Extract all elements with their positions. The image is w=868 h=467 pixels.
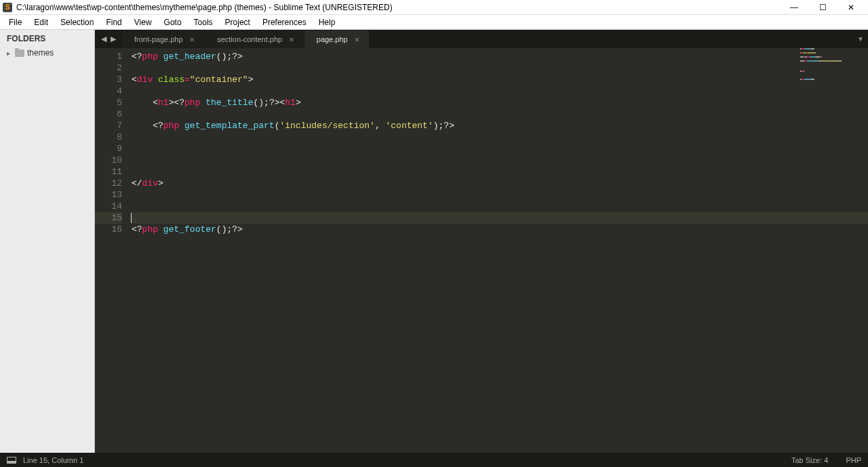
code-line[interactable] (132, 131, 868, 143)
tab-close-icon[interactable]: × (190, 35, 195, 44)
maximize-button[interactable]: ☐ (808, 0, 837, 15)
tab-section-content-php[interactable]: section-content.php× (205, 30, 304, 48)
code-line[interactable] (132, 62, 868, 74)
line-number: 15 (95, 212, 122, 224)
tab-label: front-page.php (134, 35, 183, 43)
code-line[interactable]: <?php get_footer();?> (132, 224, 868, 235)
code-line[interactable]: </div> (132, 178, 868, 189)
line-number: 11 (95, 166, 122, 178)
code-line[interactable]: <?php get_template_part('includes/sectio… (132, 120, 868, 131)
menu-help[interactable]: Help (313, 16, 342, 28)
code-line[interactable]: <h1><?php the_title();?><h1> (132, 97, 868, 108)
line-number: 3 (95, 74, 122, 85)
cursor-position: Line 15, Column 1 (23, 456, 83, 464)
code-line[interactable] (132, 108, 868, 120)
code-area[interactable]: <?php get_header();?> <div class="contai… (129, 48, 868, 453)
menu-find[interactable]: Find (100, 16, 127, 28)
line-number: 13 (95, 189, 122, 201)
window-controls: — ☐ ✕ (780, 0, 865, 15)
tab-label: section-content.php (217, 35, 282, 43)
sidebar: FOLDERS ▸themes (0, 30, 95, 453)
code-line[interactable] (132, 212, 868, 224)
titlebar: S C:\laragon\www\test\wp-content\themes\… (0, 0, 868, 15)
menu-project[interactable]: Project (219, 16, 256, 28)
status-bar: Line 15, Column 1 Tab Size: 4 PHP (0, 453, 868, 467)
menu-view[interactable]: View (128, 16, 158, 28)
code-line[interactable] (132, 155, 868, 166)
menu-preferences[interactable]: Preferences (256, 16, 313, 28)
line-number: 4 (95, 85, 122, 97)
tab-bar: ◀ ▶ front-page.php×section-content.php×p… (95, 30, 868, 48)
line-number: 6 (95, 108, 122, 120)
folder-label: themes (27, 48, 54, 58)
line-number: 14 (95, 201, 122, 212)
menu-tools[interactable]: Tools (188, 16, 219, 28)
panel-toggle-icon[interactable] (7, 457, 16, 464)
line-number: 8 (95, 131, 122, 143)
line-number: 1 (95, 51, 122, 62)
line-number: 9 (95, 143, 122, 155)
menu-file[interactable]: File (3, 16, 28, 28)
line-number: 16 (95, 224, 122, 235)
code-line[interactable] (132, 85, 868, 97)
tab-nav-forward-icon[interactable]: ▶ (108, 35, 118, 43)
expand-arrow-icon[interactable]: ▸ (7, 49, 12, 57)
sidebar-header: FOLDERS (0, 30, 94, 46)
window-title: C:\laragon\www\test\wp-content\themes\my… (16, 3, 780, 12)
syntax-indicator[interactable]: PHP (846, 456, 861, 464)
close-window-button[interactable]: ✕ (837, 0, 865, 15)
line-number: 10 (95, 155, 122, 166)
line-number: 5 (95, 97, 122, 108)
code-line[interactable]: <div class="container"> (132, 74, 868, 85)
line-number: 12 (95, 178, 122, 189)
text-cursor (131, 213, 132, 223)
tab-label: page.php (317, 35, 348, 43)
folder-item[interactable]: ▸themes (4, 47, 90, 58)
menubar: FileEditSelectionFindViewGotoToolsProjec… (0, 15, 868, 30)
tab-close-icon[interactable]: × (355, 35, 360, 44)
menu-goto[interactable]: Goto (158, 16, 188, 28)
line-number-gutter: 12345678910111213141516 (95, 48, 129, 453)
code-editor[interactable]: 12345678910111213141516 <?php get_header… (95, 48, 868, 453)
menu-edit[interactable]: Edit (28, 16, 54, 28)
folder-icon (15, 49, 24, 57)
line-number: 2 (95, 62, 122, 74)
code-line[interactable] (132, 189, 868, 201)
minimize-button[interactable]: — (780, 0, 808, 15)
tab-page-php[interactable]: page.php× (304, 30, 369, 48)
code-line[interactable] (132, 143, 868, 155)
tab-close-icon[interactable]: × (289, 35, 294, 44)
code-line[interactable]: <?php get_header();?> (132, 51, 868, 62)
tab-size-indicator[interactable]: Tab Size: 4 (791, 456, 828, 464)
tab-nav-arrows: ◀ ▶ (95, 30, 122, 48)
tab-front-page-php[interactable]: front-page.php× (122, 30, 204, 48)
folder-tree: ▸themes (0, 46, 94, 60)
code-line[interactable] (132, 201, 868, 212)
line-number: 7 (95, 120, 122, 131)
tab-overflow-icon[interactable]: ▼ (857, 30, 864, 48)
menu-selection[interactable]: Selection (54, 16, 100, 28)
app-icon: S (3, 3, 12, 12)
code-line[interactable] (132, 166, 868, 178)
tab-nav-back-icon[interactable]: ◀ (99, 35, 108, 43)
